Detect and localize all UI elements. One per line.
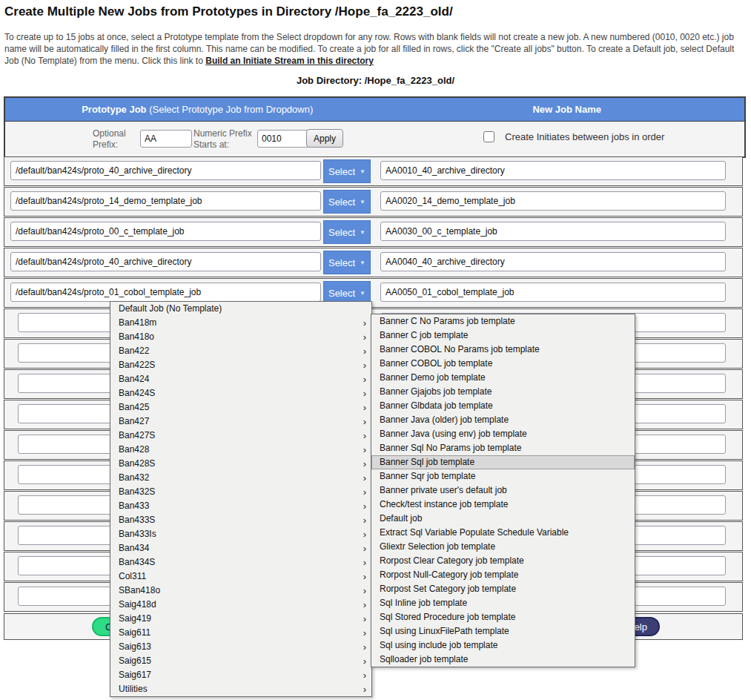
menu-item[interactable]: Saig615›: [110, 654, 371, 668]
menu-item-label: Ban428: [119, 444, 149, 455]
menu-item[interactable]: Ban433Is›: [110, 527, 371, 541]
menu-item[interactable]: Ban434›: [110, 541, 371, 555]
menu-item[interactable]: Ban428S›: [110, 457, 371, 471]
submenu-item[interactable]: Rorpost Clear Category job template: [371, 554, 635, 568]
menu-item[interactable]: Ban422S›: [110, 358, 371, 372]
job-row: Select▼: [4, 156, 743, 186]
prototype-job-input[interactable]: [10, 222, 321, 241]
prototype-job-input[interactable]: [10, 161, 321, 180]
prototype-job-input[interactable]: [10, 283, 321, 302]
menu-item[interactable]: Ban433›: [110, 499, 371, 513]
submenu-item[interactable]: Banner Sql job template: [371, 455, 635, 469]
submenu-item-label: Banner Java (using env) job template: [380, 429, 527, 439]
menu-item[interactable]: Ban427›: [110, 415, 371, 429]
menu-item[interactable]: Utilities›: [110, 682, 371, 696]
submenu-item[interactable]: Sql Inline job template: [371, 596, 635, 610]
build-initiate-stream-link[interactable]: Build an Initiate Stream in this directo…: [205, 56, 374, 66]
optional-prefix-label: Optional Prefix:: [93, 128, 133, 151]
submenu-item-label: Banner Gjajobs job template: [380, 386, 492, 397]
column-header-new-job-name: New Job Name: [389, 104, 744, 115]
submenu-item[interactable]: Banner Sqr job template: [371, 469, 635, 483]
menu-item-label: Ban432S: [119, 486, 155, 497]
page-title: Create Multiple New Jobs from Prototypes…: [4, 4, 453, 19]
submenu-item[interactable]: Rorpost Null-Category job template: [371, 568, 635, 582]
menu-item[interactable]: Ban428›: [110, 443, 371, 457]
submenu-item[interactable]: Banner Java (using env) job template: [371, 427, 635, 441]
apply-button[interactable]: Apply: [306, 129, 343, 148]
create-initiates-checkbox[interactable]: [483, 131, 494, 142]
menu-item[interactable]: Ban427S›: [110, 429, 371, 443]
submenu-item[interactable]: Banner Gjajobs job template: [371, 385, 635, 399]
menu-item-label: Ban433S: [119, 515, 155, 525]
submenu-item[interactable]: Sql using include job template: [371, 638, 635, 653]
menu-item[interactable]: Ban422›: [110, 344, 371, 358]
submenu-arrow-icon: ›: [363, 612, 366, 626]
select-dropdown-button[interactable]: Select▼: [323, 220, 371, 244]
new-job-name-input[interactable]: [380, 252, 726, 271]
submenu-item[interactable]: Banner Java (older) job template: [371, 413, 635, 427]
submenu-item-label: Banner COBOL job template: [380, 358, 492, 369]
menu-item[interactable]: Saig617›: [110, 668, 371, 682]
submenu-item[interactable]: Rorpost Set Category job template: [371, 582, 635, 596]
submenu-arrow-icon: ›: [363, 400, 366, 415]
select-dropdown-button[interactable]: Select▼: [323, 159, 371, 183]
menu-item[interactable]: Col311›: [110, 569, 371, 584]
menu-item[interactable]: Ban424›: [110, 372, 371, 386]
submenu-item-label: Banner private user's default job: [380, 485, 507, 495]
menu-item[interactable]: SBan418o›: [110, 584, 371, 598]
menu-item-label: Ban418m: [119, 317, 156, 328]
menu-item[interactable]: Ban434S›: [110, 555, 371, 569]
menu-item[interactable]: Ban433S›: [110, 513, 371, 527]
submenu-item-label: Banner Glbdata job template: [380, 400, 493, 411]
submenu-item[interactable]: Banner Sql No Params job template: [371, 441, 635, 455]
menu-item[interactable]: Ban424S›: [110, 386, 371, 400]
new-job-name-input[interactable]: [380, 161, 726, 180]
submenu-item[interactable]: Banner private user's default job: [371, 483, 635, 498]
optional-prefix-input[interactable]: [140, 130, 192, 148]
select-dropdown-button[interactable]: Select▼: [323, 190, 371, 214]
select-dropdown-button[interactable]: Select▼: [323, 251, 371, 274]
submenu-item[interactable]: Sql using LinuxFilePath template: [371, 624, 635, 638]
numeric-prefix-input[interactable]: [257, 130, 309, 148]
submenu-item[interactable]: Banner C job template: [371, 328, 635, 343]
menu-item[interactable]: Saig418d›: [110, 598, 371, 612]
new-job-name-input[interactable]: [380, 283, 726, 302]
prototype-job-input[interactable]: [10, 191, 321, 211]
menu-item-label: Ban425: [119, 402, 149, 412]
submenu-item[interactable]: Sql Stored Procedure job template: [371, 610, 635, 624]
menu-item[interactable]: Ban418m›: [110, 316, 371, 330]
submenu-item[interactable]: Banner Glbdata job template: [371, 399, 635, 413]
menu-item-label: Ban433: [119, 501, 149, 511]
submenu-item[interactable]: Banner C No Params job template: [371, 314, 635, 328]
submenu-item[interactable]: Gliextr Selection job template: [371, 540, 635, 554]
submenu-item[interactable]: Banner COBOL No Params job template: [371, 343, 635, 357]
submenu-item-label: Extract Sql Variable Populate Schedule V…: [380, 527, 569, 538]
menu-item-default-job[interactable]: Default Job (No Template): [110, 302, 371, 316]
submenu-item[interactable]: Check/test instance job template: [371, 498, 635, 512]
menu-item-label: Ban422: [119, 346, 149, 356]
submenu-item-label: Banner Java (older) job template: [380, 415, 509, 425]
submenu-arrow-icon: ›: [363, 513, 366, 527]
intro-text: To create up to 15 jobs at once, select …: [4, 31, 746, 67]
submenu-arrow-icon: ›: [363, 682, 366, 696]
table-header-box: Prototype Job (Select Prototype Job from…: [4, 96, 746, 158]
menu-item-label: Ban434S: [119, 557, 155, 567]
submenu-item[interactable]: Default job: [371, 512, 635, 526]
menu-item[interactable]: Ban432S›: [110, 485, 371, 499]
menu-item[interactable]: Ban432›: [110, 471, 371, 485]
job-row: Select▼: [4, 217, 743, 247]
menu-item[interactable]: Saig419›: [110, 612, 371, 626]
job-row: Select▼: [4, 248, 743, 277]
submenu-item[interactable]: Banner Demo job template: [371, 371, 635, 385]
new-job-name-input[interactable]: [380, 191, 726, 211]
menu-item[interactable]: Ban425›: [110, 400, 371, 415]
menu-item[interactable]: Saig611›: [110, 626, 371, 640]
submenu-item[interactable]: Banner COBOL job template: [371, 357, 635, 371]
submenu-item[interactable]: Sqlloader job template: [371, 653, 635, 667]
menu-item[interactable]: Ban418o›: [110, 330, 371, 344]
submenu-arrow-icon: ›: [363, 654, 366, 668]
menu-item[interactable]: Saig613›: [110, 640, 371, 654]
prototype-job-input[interactable]: [10, 252, 321, 271]
submenu-item[interactable]: Extract Sql Variable Populate Schedule V…: [371, 526, 635, 540]
new-job-name-input[interactable]: [380, 222, 726, 241]
